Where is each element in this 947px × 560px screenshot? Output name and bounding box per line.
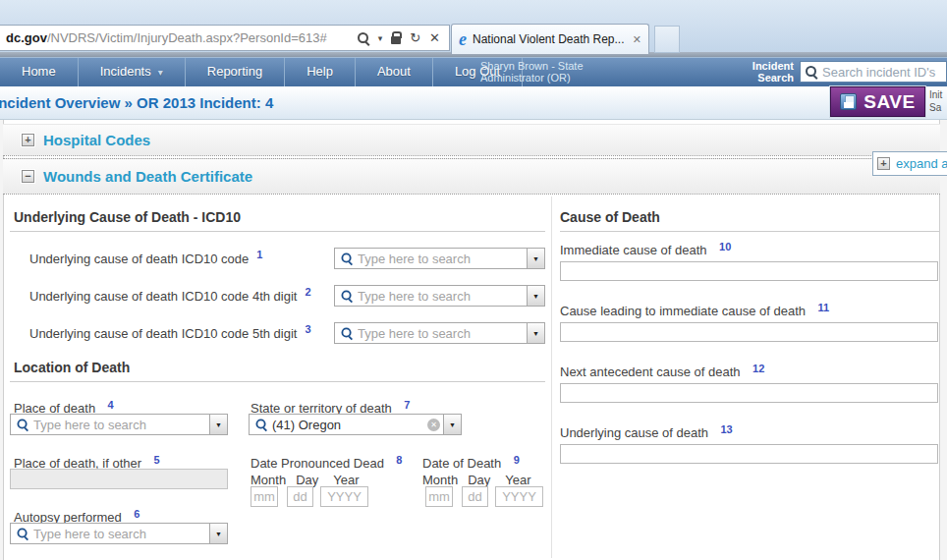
column-divider [551, 196, 552, 558]
incident-search-label: Incident Search [735, 60, 794, 84]
date-of-death-month-input[interactable] [425, 486, 453, 507]
field-next-antecedent-cause: Next antecedent cause of death 12 [560, 363, 939, 403]
dropdown-button[interactable]: ▼ [443, 415, 461, 434]
section-title: Hospital Codes [43, 132, 150, 148]
search-icon [341, 327, 352, 338]
autopsy-combo: ▼ [10, 523, 228, 544]
expand-all-button[interactable]: + expand a [872, 151, 947, 176]
leading-cause-input[interactable] [560, 322, 938, 342]
save-side-text: Init Sa [929, 88, 947, 114]
place-of-death-input[interactable] [33, 418, 209, 432]
field-underlying-cause: Underlying cause of death 13 [560, 423, 939, 464]
search-icon [255, 419, 266, 429]
field-number: 6 [134, 508, 139, 520]
icd10-4th-digit-input[interactable] [358, 289, 527, 304]
field-row-icd10-5th: Underlying cause of death ICD10 code 5th… [29, 322, 545, 344]
date-of-death-inputs [425, 486, 543, 507]
incident-search-input[interactable] [822, 65, 946, 80]
icd10-4th-digit-combo: ▼ [334, 285, 545, 307]
group-title-cause-of-death: Cause of Death [560, 209, 939, 225]
field-number: 9 [514, 454, 520, 466]
field-row-icd10-code: Underlying cause of death ICD10 code 1 ▼ [29, 248, 545, 269]
date-of-death-day-input[interactable] [462, 486, 488, 507]
breadcrumb[interactable]: Incident Overview » OR 2013 Incident: 4 [0, 94, 273, 111]
field-number: 1 [256, 249, 262, 260]
dropdown-button[interactable]: ▼ [209, 524, 227, 543]
search-icon [17, 528, 28, 538]
section-wounds-death-certificate[interactable]: − Wounds and Death Certificate [3, 158, 940, 195]
icd10-code-input[interactable] [358, 252, 527, 266]
autopsy-input[interactable] [33, 527, 209, 541]
place-other-input-disabled [10, 469, 228, 489]
field-number: 4 [108, 399, 114, 411]
date-pronounced-year-input[interactable] [320, 486, 368, 507]
dropdown-button[interactable]: ▼ [527, 286, 544, 306]
url-path: /NVDRS/Victim/InjuryDeath.aspx?PersonId=… [47, 30, 327, 45]
field-number: 13 [721, 423, 733, 435]
date-pronounced-day-input[interactable] [287, 486, 313, 507]
lock-icon [391, 36, 401, 44]
dropdown-button[interactable]: ▼ [209, 415, 227, 434]
field-row-icd10-4th: Underlying cause of death ICD10 code 4th… [29, 285, 545, 307]
browser-tab[interactable]: e National Violent Death Rep... ✕ [451, 24, 649, 54]
clear-icon[interactable]: ✕ [427, 419, 440, 431]
stop-icon[interactable]: ✕ [429, 31, 440, 44]
nav-item-incidents[interactable]: Incidents▾ [79, 58, 186, 86]
url-text[interactable]: dc.gov/NVDRS/Victim/InjuryDeath.aspx?Per… [6, 30, 352, 45]
url-domain: dc.gov [6, 30, 47, 45]
nav-item-help[interactable]: Help [285, 58, 356, 86]
icd10-5th-digit-combo: ▼ [334, 322, 545, 344]
collapse-icon[interactable]: − [22, 170, 34, 183]
divider [560, 231, 939, 232]
field-immediate-cause: Immediate cause of death 10 [560, 241, 939, 281]
new-tab-button[interactable] [654, 26, 680, 53]
group-title-location: Location of Death [14, 360, 545, 375]
dropdown-button[interactable]: ▼ [527, 323, 544, 343]
underlying-cause-input[interactable] [560, 444, 938, 464]
search-icon[interactable] [358, 32, 369, 44]
tab-title: National Violent Death Rep... [473, 32, 628, 46]
section-hospital-codes[interactable]: + Hospital Codes [3, 124, 940, 156]
save-button[interactable]: SAVE [830, 86, 925, 117]
icd10-5th-digit-input[interactable] [358, 326, 527, 341]
icd10-code-combo: ▼ [334, 248, 545, 269]
field-number: 7 [404, 399, 410, 411]
search-icon [341, 290, 352, 301]
ie-icon: e [459, 30, 467, 48]
field-leading-cause: Cause leading to immediate cause of deat… [560, 302, 939, 342]
nav-item-reporting[interactable]: Reporting [186, 58, 285, 86]
field-number: 12 [752, 363, 764, 374]
refresh-icon[interactable]: ↻ [410, 31, 420, 44]
place-of-death-combo: ▼ [10, 414, 228, 435]
address-bar[interactable]: dc.gov/NVDRS/Victim/InjuryDeath.aspx?Per… [0, 25, 450, 51]
nav-item-home[interactable]: Home [0, 58, 79, 86]
nav-item-about[interactable]: About [356, 58, 433, 86]
date-of-death-label: Date of Death 9 [422, 454, 520, 472]
expand-icon[interactable]: + [22, 134, 34, 146]
expand-icon: + [877, 157, 890, 170]
field-number: 3 [305, 323, 310, 335]
divider [10, 231, 545, 232]
breadcrumb-bar: Incident Overview » OR 2013 Incident: 4 [0, 86, 947, 120]
location-grid: Place of death 4 ▼ State or territory of… [10, 382, 545, 545]
date-pronounced-month-input[interactable] [251, 486, 278, 507]
date-pronounced-label: Date Pronounced Dead 8 [251, 454, 402, 472]
right-column: Cause of Death Immediate cause of death … [560, 201, 939, 464]
incident-search-box [800, 61, 947, 83]
field-number: 2 [305, 286, 310, 298]
dropdown-button[interactable]: ▼ [527, 249, 544, 268]
search-icon [341, 252, 352, 263]
floppy-disk-icon [840, 93, 857, 110]
tab-close-icon[interactable]: ✕ [633, 33, 641, 46]
immediate-cause-input[interactable] [560, 261, 938, 281]
left-column: Underlying Cause of Death - ICD10 Underl… [10, 201, 545, 560]
chevron-down-icon[interactable]: ▾ [378, 33, 383, 43]
chevron-down-icon: ▾ [158, 67, 163, 78]
next-antecedent-cause-input[interactable] [560, 383, 938, 403]
field-number: 10 [719, 241, 731, 252]
state-of-death-combo: ✕ ▼ [249, 414, 462, 435]
date-of-death-year-input[interactable] [495, 486, 543, 507]
state-of-death-input[interactable] [272, 418, 427, 432]
field-number: 8 [396, 454, 402, 466]
field-number: 11 [818, 302, 830, 313]
